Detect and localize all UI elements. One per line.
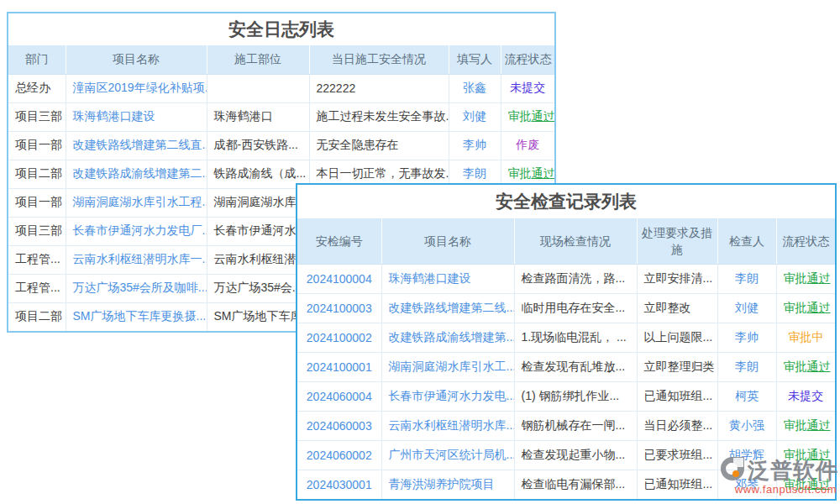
watermark-brand: 泛普软件	[748, 456, 838, 486]
part-cell: SM广场地下车库	[207, 302, 309, 331]
scene-check-cell: (1) 钢筋绑扎作业...	[514, 381, 637, 411]
column-header: 填写人	[449, 45, 501, 74]
status-badge[interactable]: 审批通过	[501, 102, 554, 131]
inspector-link[interactable]: 柯英	[717, 381, 776, 411]
measure-cell: 以上问题限...	[637, 323, 717, 352]
inspector-link[interactable]: 刘健	[717, 293, 776, 323]
table-row: 总经办潼南区2019年绿化补贴项...222222张鑫未提交	[8, 74, 554, 102]
part-cell: 湖南洞庭湖水库	[207, 188, 309, 217]
status-badge[interactable]: 审批通过	[776, 411, 835, 440]
table-row: 2024100004珠海鹤港口建设检查路面清洗，路...立即安排清...李朗审批…	[297, 264, 835, 293]
project-link[interactable]: 长春市伊通河水力发电...	[381, 381, 514, 411]
inspection-no-link[interactable]: 2024100004	[297, 264, 381, 293]
writer-link[interactable]: 李帅	[449, 131, 501, 160]
inspection-no-link[interactable]: 2024060004	[297, 381, 381, 411]
column-header: 现场检查情况	[514, 218, 637, 264]
column-header: 流程状态	[776, 218, 835, 264]
part-cell: 云南水利枢纽潜...	[207, 245, 309, 274]
table-row: 项目一部改建铁路线增建第二线直...成都-西安铁路...无安全隐患存在李帅作废	[8, 131, 554, 160]
status-badge[interactable]: 审批通过	[776, 264, 835, 293]
dept-cell: 工程管...	[8, 245, 66, 274]
column-header: 安检编号	[297, 218, 381, 264]
part-cell: 铁路成渝线（成...	[207, 160, 309, 188]
measure-cell: 立即整理归类	[637, 352, 717, 381]
project-link[interactable]: 珠海鹤港口建设	[381, 264, 514, 293]
project-link[interactable]: 潼南区2019年绿化补贴项...	[66, 74, 207, 102]
writer-link[interactable]: 张鑫	[449, 74, 501, 102]
inspection-no-link[interactable]: 2024100003	[297, 293, 381, 323]
status-badge[interactable]: 审批通过	[776, 293, 835, 323]
scene-check-cell: 检查临电有漏保部...	[514, 470, 637, 499]
project-link[interactable]: 长春市伊通河水力发电厂...	[66, 217, 207, 245]
situation-cell: 无安全隐患存在	[309, 131, 449, 160]
scene-check-cell: 临时用电存在安全...	[514, 293, 637, 323]
scene-check-cell: 钢筋机械存在一闸...	[514, 411, 637, 440]
project-link[interactable]: SM广场地下车库更换摄...	[66, 302, 207, 331]
watermark-url: www.fanpusoft.com	[719, 483, 837, 496]
status-badge[interactable]: 审批通过	[776, 352, 835, 381]
dept-cell: 项目二部	[8, 302, 66, 331]
inspection-no-link[interactable]: 2024100002	[297, 323, 381, 352]
watermark: 泛普软件 www.fanpusoft.com	[719, 455, 837, 496]
scene-check-cell: 检查发现有乱堆放...	[514, 352, 637, 381]
table-row: 2024100003改建铁路线增建第二线...临时用电存在安全...立即整改刘健…	[297, 293, 835, 323]
project-link[interactable]: 湖南洞庭湖水库引水工程...	[66, 188, 207, 217]
column-header: 施工部位	[207, 45, 309, 74]
part-cell	[207, 74, 309, 102]
measure-cell: 已要求班组...	[637, 440, 717, 470]
dept-cell: 项目三部	[8, 102, 66, 131]
column-header: 项目名称	[66, 45, 207, 74]
status-badge: 作废	[501, 131, 554, 160]
project-link[interactable]: 云南水利枢纽潜明水库一...	[66, 245, 207, 274]
part-cell: 万达广场35#会...	[207, 274, 309, 302]
project-link[interactable]: 改建铁路成渝线增建第...	[381, 323, 514, 352]
safety-log-title: 安全日志列表	[8, 13, 554, 45]
project-link[interactable]: 广州市天河区统计局机...	[381, 440, 514, 470]
column-header: 当日施工安全情况	[309, 45, 449, 74]
project-link[interactable]: 改建铁路线增建第二线...	[381, 293, 514, 323]
header-row: 部门项目名称施工部位当日施工安全情况填写人流程状态	[8, 45, 554, 74]
measure-cell: 立即整改	[637, 293, 717, 323]
project-link[interactable]: 万达广场35#会所及咖啡...	[66, 274, 207, 302]
project-link[interactable]: 青海洪湖养护院项目	[381, 470, 514, 499]
part-cell: 珠海鹤港口	[207, 102, 309, 131]
situation-cell: 施工过程未发生安全事故...	[309, 102, 449, 131]
inspector-link[interactable]: 李帅	[717, 323, 776, 352]
dept-cell: 项目三部	[8, 217, 66, 245]
inspector-link[interactable]: 李朗	[717, 264, 776, 293]
status-badge: 审批中	[776, 323, 835, 352]
scene-check-cell: 检查发现起重小物...	[514, 440, 637, 470]
table-row: 2024060004长春市伊通河水力发电...(1) 钢筋绑扎作业...已通知班…	[297, 381, 835, 411]
inspection-no-link[interactable]: 2024030001	[297, 470, 381, 499]
header-row: 安检编号项目名称现场检查情况处理要求及措施检查人流程状态	[297, 218, 835, 264]
project-link[interactable]: 湖南洞庭湖水库引水工...	[381, 352, 514, 381]
column-header: 处理要求及措施	[637, 218, 717, 264]
measure-cell: 已通知班组...	[637, 381, 717, 411]
inspection-no-link[interactable]: 2024060002	[297, 440, 381, 470]
dept-cell: 项目一部	[8, 131, 66, 160]
writer-link[interactable]: 刘健	[449, 102, 501, 131]
dept-cell: 项目二部	[8, 160, 66, 188]
inspection-no-link[interactable]: 2024060003	[297, 411, 381, 440]
column-header: 流程状态	[501, 45, 554, 74]
measure-cell: 当日必须整...	[637, 411, 717, 440]
scene-check-cell: 检查路面清洗，路...	[514, 264, 637, 293]
scene-check-cell: 1.现场临电混乱， ...	[514, 323, 637, 352]
inspection-no-link[interactable]: 2024100001	[297, 352, 381, 381]
project-link[interactable]: 珠海鹤港口建设	[66, 102, 207, 131]
project-link[interactable]: 改建铁路线增建第二线直...	[66, 131, 207, 160]
table-row: 项目三部珠海鹤港口建设珠海鹤港口施工过程未发生安全事故...刘健审批通过	[8, 102, 554, 131]
situation-cell: 222222	[309, 74, 449, 102]
dept-cell: 项目一部	[8, 188, 66, 217]
column-header: 检查人	[717, 218, 776, 264]
part-cell: 长春市伊通河水...	[207, 217, 309, 245]
fanpu-logo-icon	[719, 455, 746, 486]
inspector-link[interactable]: 李朗	[717, 352, 776, 381]
measure-cell: 已通知班组...	[637, 470, 717, 499]
inspection-record-table: 安全检查记录列表 安检编号项目名称现场检查情况处理要求及措施检查人流程状态 20…	[296, 183, 837, 501]
inspector-link[interactable]: 黄小强	[717, 411, 776, 440]
status-badge: 未提交	[501, 74, 554, 102]
project-link[interactable]: 云南水利枢纽潜明水库...	[381, 411, 514, 440]
part-cell: 成都-西安铁路...	[207, 131, 309, 160]
project-link[interactable]: 改建铁路成渝线增建第二...	[66, 160, 207, 188]
